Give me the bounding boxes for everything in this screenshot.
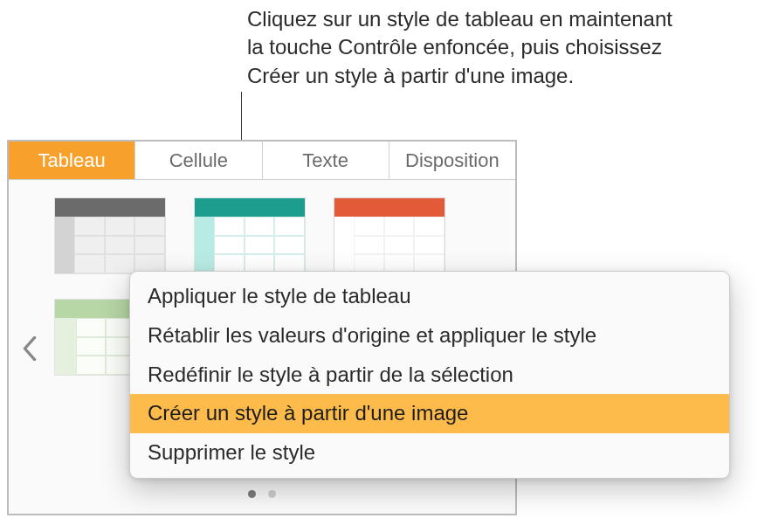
table-style-thumb-red[interactable] — [334, 197, 445, 274]
page-dot-1[interactable] — [248, 490, 256, 498]
menu-item-redefine-from-selection[interactable]: Redéfinir le style à partir de la sélect… — [130, 356, 729, 395]
thumb-header — [334, 198, 444, 217]
thumb-cell — [74, 217, 105, 236]
thumb-header — [55, 198, 165, 217]
menu-item-delete-style[interactable]: Supprimer le style — [130, 433, 729, 473]
styles-pagination — [9, 490, 515, 498]
tab-texte[interactable]: Texte — [263, 142, 389, 179]
thumb-cell — [214, 236, 245, 255]
thumb-body — [214, 217, 305, 273]
thumb-cell — [214, 217, 245, 236]
thumb-cell — [134, 217, 165, 236]
style-row — [54, 197, 482, 274]
table-style-thumb-grey[interactable] — [54, 197, 166, 274]
thumb-cell — [245, 217, 275, 236]
thumb-cell — [414, 217, 444, 236]
thumb-cell — [354, 236, 384, 255]
context-menu: Appliquer le style de tableau Rétablir l… — [129, 271, 730, 479]
thumb-cell — [105, 254, 135, 273]
table-style-thumb-teal[interactable] — [194, 197, 306, 274]
thumb-cell — [76, 356, 106, 375]
thumb-sidebar — [334, 217, 354, 273]
thumb-cell — [354, 217, 384, 236]
page-dot-2[interactable] — [268, 490, 276, 498]
tab-disposition[interactable]: Disposition — [389, 142, 515, 179]
thumb-header — [195, 198, 305, 217]
thumb-cell — [384, 236, 415, 255]
tab-tableau[interactable]: Tableau — [9, 142, 135, 179]
thumb-sidebar — [55, 217, 74, 273]
thumb-cell — [384, 217, 415, 236]
menu-item-create-from-image[interactable]: Créer un style à partir d'une image — [130, 394, 729, 433]
menu-item-reset-and-apply[interactable]: Rétablir les valeurs d'origine et appliq… — [130, 316, 729, 356]
thumb-body — [74, 217, 165, 273]
menu-item-apply-style[interactable]: Appliquer le style de tableau — [130, 277, 729, 316]
thumb-cell — [245, 236, 275, 255]
thumb-sidebar — [195, 217, 214, 273]
thumb-cell — [76, 318, 106, 337]
thumb-cell — [134, 236, 165, 255]
thumb-cell — [274, 236, 305, 255]
thumb-cell — [105, 236, 135, 255]
thumb-cell — [76, 337, 106, 356]
thumb-sidebar — [55, 318, 76, 375]
tab-cellule[interactable]: Cellule — [135, 142, 262, 179]
thumb-body — [354, 217, 444, 273]
callout-text: Cliquez sur un style de tableau en maint… — [247, 5, 675, 90]
thumb-cell — [414, 236, 444, 255]
thumb-cell — [105, 217, 135, 236]
inspector-tabs: Tableau Cellule Texte Disposition — [9, 142, 515, 180]
thumb-cell — [74, 236, 105, 255]
thumb-cell — [74, 254, 105, 273]
thumb-cell — [274, 217, 305, 236]
